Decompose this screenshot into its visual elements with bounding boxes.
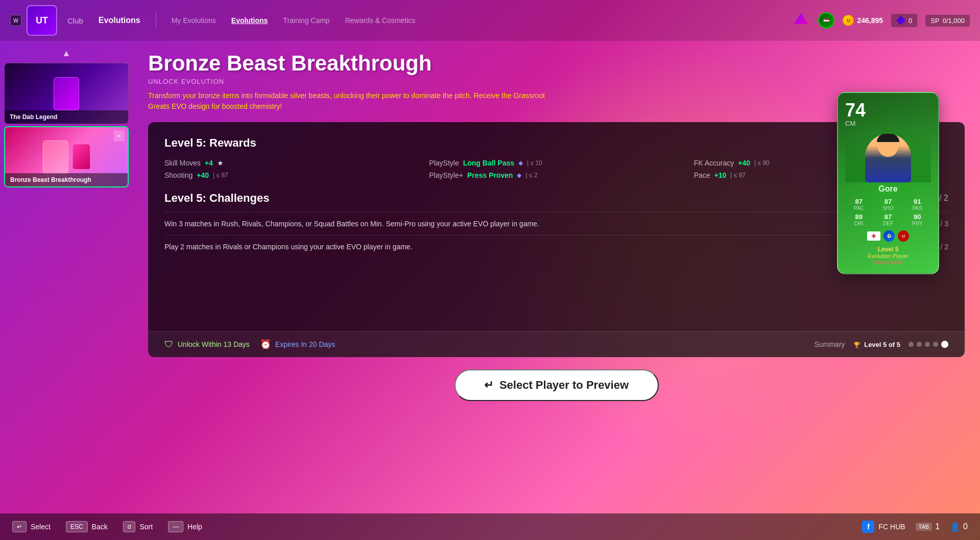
card-stat-pac: 87 PAC bbox=[845, 198, 872, 211]
sidebar-scroll-up[interactable]: ▲ bbox=[4, 46, 129, 61]
label-help: Help bbox=[187, 523, 202, 531]
platform-key-w: W bbox=[10, 15, 21, 26]
player-image bbox=[845, 131, 931, 182]
user-count: 0 bbox=[963, 522, 968, 531]
reward-skill-moves: Skill Moves +4 ★ bbox=[164, 159, 419, 167]
flag-hungary-icon: 🇭🇺 bbox=[818, 12, 834, 29]
bottom-bar: ↵ Select ESC Back d Sort — Help f FC HUB… bbox=[0, 513, 980, 540]
tokens-badge: 0 bbox=[891, 14, 917, 27]
nav-evolutions-sub[interactable]: Evolutions bbox=[231, 16, 268, 25]
reward-label-fk: FK Accuracy bbox=[694, 159, 734, 167]
rewards-grid: Skill Moves +4 ★ PlayStyle Long Ball Pas… bbox=[164, 159, 948, 179]
sidebar-card-dab-legend[interactable]: The Dab Legend bbox=[4, 63, 129, 124]
reward-playstyle-plus-icon: ◆ bbox=[517, 172, 521, 179]
reward-playstyle-lbp: PlayStyle Long Ball Pass ◆ | ≤ 10 bbox=[429, 159, 683, 167]
challenge-row-1: Win 3 matches in Rush, Rivals, Champions… bbox=[164, 212, 948, 235]
nav-club[interactable]: Club bbox=[67, 16, 83, 25]
challenge-text-2: Play 2 matches in Rivals or Champions us… bbox=[164, 243, 413, 251]
sidebar-card-edit-icon: ✏ bbox=[113, 130, 125, 142]
bottom-action-back[interactable]: ESC Back bbox=[66, 521, 108, 532]
level-dot-5 bbox=[941, 341, 948, 348]
level-dot-1 bbox=[909, 342, 914, 347]
nav-my-evolutions[interactable]: My Evolutions bbox=[172, 16, 216, 25]
sidebar-card-dab-label: The Dab Legend bbox=[5, 110, 128, 124]
prism-icon bbox=[794, 13, 808, 28]
card-player-name: Gore bbox=[845, 184, 931, 194]
key-select: ↵ bbox=[12, 521, 27, 532]
coins-icon: U bbox=[843, 15, 854, 26]
select-player-label: Select Player to Preview bbox=[499, 379, 629, 392]
card-stat-sho-val: 87 bbox=[874, 198, 901, 205]
level-label: 🏆 Level 5 of 5 bbox=[853, 341, 900, 348]
nav-training-camp[interactable]: Training Camp bbox=[283, 16, 329, 25]
tab-key: TAB bbox=[916, 523, 933, 531]
bottom-action-help[interactable]: — Help bbox=[168, 521, 202, 532]
reward-value-playstyle-plus: Press Proven bbox=[467, 171, 513, 179]
card-stat-phy: 90 PHY bbox=[904, 213, 931, 226]
coins-value: 246,895 bbox=[857, 16, 883, 25]
reward-star-icon: ★ bbox=[217, 159, 224, 167]
evo-subtitle: Unlock Evolution bbox=[148, 78, 965, 85]
level-dot-2 bbox=[917, 342, 922, 347]
bottom-action-sort[interactable]: d Sort bbox=[123, 521, 153, 532]
reward-limit-pace: | ≤ 87 bbox=[730, 172, 746, 179]
expires-label: Expires In 20 Days bbox=[275, 340, 336, 348]
label-back: Back bbox=[92, 523, 108, 531]
expires-icon: ⏰ bbox=[260, 339, 271, 350]
reward-label-pace: Pace bbox=[694, 171, 710, 179]
card-flags: ⚽ M bbox=[845, 230, 931, 242]
reward-label-skill-moves: Skill Moves bbox=[164, 159, 201, 167]
bottom-action-select[interactable]: ↵ Select bbox=[12, 521, 51, 532]
reward-playstyle-icon: ◆ bbox=[518, 159, 523, 167]
reward-limit-shooting: | ≤ 87 bbox=[213, 172, 228, 179]
card-stat-dri: 89 DRI bbox=[845, 213, 872, 226]
key-help: — bbox=[168, 521, 183, 532]
reward-limit-fk: | ≤ 90 bbox=[754, 159, 770, 167]
player-card: 74 CM Gore 87 PAC 87 bbox=[837, 92, 939, 274]
reward-value-pace: +10 bbox=[714, 171, 727, 179]
challenges-title: Level 5: Challenges bbox=[164, 192, 269, 205]
sidebar-card-bronze-beast[interactable]: ✏ Bronze Beast Breakthrough bbox=[4, 126, 129, 187]
nav-links: Club Evolutions My Evolutions Evolutions… bbox=[67, 13, 794, 28]
tokens-value: 0 bbox=[909, 17, 912, 25]
challenges-header: Level 5: Challenges 0 / 2 bbox=[164, 192, 948, 205]
nav-evolutions[interactable]: Evolutions bbox=[99, 16, 140, 25]
challenge-row-2: Play 2 matches in Rivals or Champions us… bbox=[164, 235, 948, 258]
nav-right: 🇭🇺 U 246,895 0 SP 0/1,000 bbox=[794, 12, 970, 29]
england-flag-icon bbox=[867, 231, 880, 241]
summary-label: Summary bbox=[815, 340, 845, 348]
player-hair bbox=[877, 134, 899, 142]
card-stat-dri-val: 89 bbox=[845, 213, 872, 221]
player-card-area: 74 CM Gore 87 PAC 87 bbox=[837, 92, 939, 274]
user-count-section: 👤 0 bbox=[950, 522, 968, 532]
page-title: Bronze Beast Breakthrough bbox=[148, 51, 965, 76]
evo-description: Transform your bronze items into formida… bbox=[148, 90, 557, 112]
user-icon: 👤 bbox=[950, 522, 960, 532]
dab-card-thumbnail bbox=[54, 77, 79, 110]
panel-footer: 🛡 Unlock Within 13 Days ⏰ Expires In 20 … bbox=[148, 331, 965, 357]
rewards-title: Level 5: Rewards bbox=[164, 136, 948, 150]
card-level-label: Level 5 bbox=[845, 246, 931, 253]
player-silhouette bbox=[865, 134, 911, 182]
level-dots bbox=[909, 341, 948, 348]
reward-playstyle-plus: PlayStyle+ Press Proven ◆ | ≤ 2 bbox=[429, 171, 683, 179]
bronze-card-content bbox=[43, 140, 90, 174]
coins-badge: U 246,895 bbox=[843, 15, 883, 26]
card-stat-pac-val: 87 bbox=[845, 198, 872, 205]
card-evo-label: Evolution Player bbox=[845, 253, 931, 259]
card-stats: 87 PAC 87 SHO 91 PAS 89 DRI 87 DEF bbox=[845, 198, 931, 226]
top-navigation: W UT Club Evolutions My Evolutions Evolu… bbox=[0, 0, 980, 41]
tab-count: 1 bbox=[935, 522, 940, 531]
card-stat-dri-lbl: DRI bbox=[845, 221, 872, 226]
select-player-button[interactable]: ↵ Select Player to Preview bbox=[455, 369, 659, 401]
card-stat-sho: 87 SHO bbox=[874, 198, 901, 211]
card-stat-pas: 91 PAS bbox=[904, 198, 931, 211]
nav-rewards[interactable]: Rewards & Cosmetics bbox=[345, 16, 416, 25]
fc-hub-section: f FC HUB bbox=[862, 521, 905, 533]
expires-badge: ⏰ Expires In 20 Days bbox=[260, 339, 336, 350]
platform-icons: W bbox=[10, 15, 21, 26]
card-stat-def: 87 DEF bbox=[874, 213, 901, 226]
label-select: Select bbox=[31, 523, 51, 531]
nav-divider bbox=[156, 13, 156, 28]
sp-value: 0/1,000 bbox=[943, 17, 965, 25]
